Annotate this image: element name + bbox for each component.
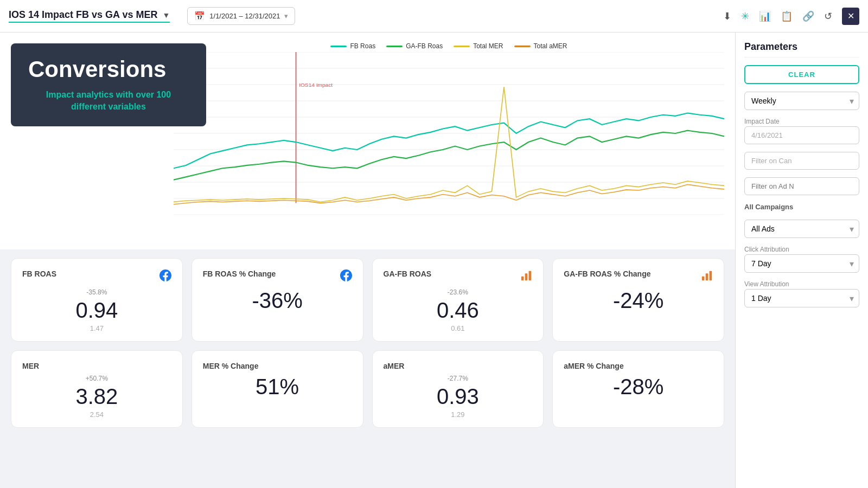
metric-card-fb-roas-change: FB ROAS % Change -36% [192, 258, 363, 342]
frequency-select[interactable]: Daily Weekly Monthly [744, 92, 859, 110]
metric-ga-fb-roas-change: -23.6% [384, 288, 533, 296]
metric-ga-fb-roas-pct-title: GA-FB ROAS % Change [564, 269, 650, 278]
metric-mer-pct-title: MER % Change [203, 362, 259, 370]
legend-ga-fb-roas: GA-FB Roas [386, 42, 443, 50]
ga-bar-icon [520, 269, 532, 284]
metric-fb-roas-prev: 1.47 [22, 324, 171, 332]
sidebar-parameters: Parameters CLEAR Daily Weekly Monthly ▾ … [735, 33, 868, 488]
metrics-section: FB ROAS -35.8% 0.94 1.47 FB ROAS % Chang… [0, 249, 735, 488]
calendar-icon: 📅 [194, 11, 205, 21]
metric-fb-roas-pct-value: -36% [203, 288, 352, 312]
legend-fb-roas-label: FB Roas [350, 42, 375, 50]
svg-rect-30 [521, 277, 524, 280]
svg-rect-34 [706, 273, 709, 280]
title-dropdown-arrow[interactable]: ▼ [162, 11, 170, 20]
metric-ga-fb-roas-pct-header: GA-FB ROAS % Change [564, 269, 713, 284]
metric-fb-roas-change: -35.8% [22, 288, 171, 296]
chart-area: 2.5 2.0 1.5 1.0 0.5 0.0 20 18 16 14 12 1… [174, 52, 724, 215]
header-icons: ⬇ ✳ 📊 📋 🔗 ↺ ✕ [723, 8, 859, 25]
sidebar-title: Parameters [744, 41, 859, 57]
all-ads-select[interactable]: All Ads [744, 220, 859, 238]
legend-ga-fb-roas-line [386, 46, 403, 47]
metrics-row-1: FB ROAS -35.8% 0.94 1.47 FB ROAS % Chang… [11, 258, 724, 342]
metric-mer-pct-value: 51% [203, 375, 352, 399]
legend-ga-fb-roas-label: GA-FB Roas [406, 42, 443, 50]
click-attribution-select[interactable]: 1 Day 7 Day 28 Day [744, 254, 859, 273]
chart-legend: FB Roas GA-FB Roas Total MER Total aMER [174, 38, 724, 52]
svg-rect-33 [702, 277, 705, 280]
metric-fb-roas-pct-title: FB ROAS % Change [203, 269, 276, 278]
close-button[interactable]: ✕ [842, 8, 859, 25]
svg-rect-35 [710, 271, 712, 280]
metric-fb-roas-header: FB ROAS [22, 269, 171, 284]
frequency-select-wrapper: Daily Weekly Monthly ▾ [744, 92, 859, 110]
metric-ga-fb-roas-pct-value: -24% [564, 288, 713, 312]
metric-mer-value: 3.82 [22, 384, 171, 408]
metric-mer-prev: 2.54 [22, 410, 171, 419]
link-icon[interactable]: 🔗 [802, 10, 814, 22]
legend-total-mer-label: Total MER [473, 42, 503, 50]
metric-amer-pct-value: -28% [564, 375, 713, 399]
metric-fb-roas-pct-header: FB ROAS % Change [203, 269, 352, 284]
svg-rect-32 [529, 271, 532, 280]
metric-card-amer: aMER -27.7% 0.93 1.29 [372, 350, 544, 428]
chart-section: Conversions Impact analytics with over 1… [0, 33, 735, 249]
download-icon[interactable]: ⬇ [723, 10, 731, 22]
legend-total-mer-line [454, 46, 470, 47]
date-picker-arrow: ▾ [284, 12, 288, 20]
impact-date-label: Impact Date [744, 118, 859, 125]
facebook-icon [159, 269, 171, 284]
metric-card-ga-fb-roas: GA-FB ROAS -23.6% 0.46 0.61 [372, 258, 544, 342]
impact-date-input[interactable] [744, 126, 859, 144]
metric-mer-pct-header: MER % Change [203, 362, 352, 370]
clipboard-icon[interactable]: 📋 [781, 10, 793, 22]
click-attribution-select-wrapper: 1 Day 7 Day 28 Day ▾ [744, 254, 859, 273]
filter-ad-input[interactable] [744, 177, 859, 195]
asterisk-icon[interactable]: ✳ [741, 10, 749, 22]
metric-card-ga-fb-roas-change: GA-FB ROAS % Change -24% [552, 258, 724, 342]
view-attribution-select[interactable]: 1 Day 7 Day [744, 289, 859, 307]
legend-total-amer: Total aMER [514, 42, 567, 50]
svg-rect-31 [525, 273, 528, 280]
all-campaigns-label: All Campaigns [744, 203, 859, 211]
view-attribution-label: View Attribution [744, 280, 859, 288]
metric-amer-pct-title: aMER % Change [564, 362, 623, 370]
filter-campaign-wrapper [744, 152, 859, 170]
metric-card-mer-change: MER % Change 51% [192, 350, 363, 428]
click-attribution-label: Click Attribution [744, 246, 859, 253]
date-range-value: 1/1/2021 – 12/31/2021 [209, 12, 280, 20]
metric-fb-roas-value: 0.94 [22, 298, 171, 322]
view-attribution-wrapper: View Attribution 1 Day 7 Day ▾ [744, 280, 859, 307]
legend-total-mer: Total MER [454, 42, 503, 50]
metrics-row-2: MER +50.7% 3.82 2.54 MER % Change 51% aM… [11, 350, 724, 428]
view-attribution-select-wrapper: 1 Day 7 Day ▾ [744, 289, 859, 307]
conversions-subtext: Impact analytics with over 100 different… [28, 89, 189, 113]
filter-campaign-input[interactable] [744, 152, 859, 170]
legend-fb-roas-line [330, 46, 347, 47]
metric-fb-roas-title: FB ROAS [22, 269, 56, 278]
metric-ga-fb-roas-header: GA-FB ROAS [384, 269, 533, 284]
metric-amer-change: -27.7% [384, 375, 533, 382]
facebook-icon-2 [340, 269, 352, 284]
bar-chart-icon[interactable]: 📊 [759, 10, 771, 22]
svg-text:IOS14 Impact: IOS14 Impact [299, 82, 333, 88]
impact-date-wrapper: Impact Date [744, 118, 859, 144]
metric-ga-fb-roas-title: GA-FB ROAS [384, 269, 432, 278]
metric-ga-fb-roas-value: 0.46 [384, 298, 533, 322]
metric-amer-prev: 1.29 [384, 410, 533, 419]
filter-ad-wrapper [744, 177, 859, 195]
metric-mer-change: +50.7% [22, 375, 171, 382]
refresh-icon[interactable]: ↺ [824, 10, 832, 22]
metric-card-mer: MER +50.7% 3.82 2.54 [11, 350, 183, 428]
legend-fb-roas: FB Roas [330, 42, 375, 50]
metric-ga-fb-roas-prev: 0.61 [384, 324, 533, 332]
click-attribution-wrapper: Click Attribution 1 Day 7 Day 28 Day ▾ [744, 246, 859, 273]
clear-button[interactable]: CLEAR [744, 65, 859, 84]
legend-total-amer-label: Total aMER [534, 42, 567, 50]
metric-mer-header: MER [22, 362, 171, 370]
metric-amer-pct-header: aMER % Change [564, 362, 713, 370]
page-title: IOS 14 Impact FB vs GA vs MER ▼ [9, 9, 170, 23]
metric-amer-value: 0.93 [384, 384, 533, 408]
date-range-picker[interactable]: 📅 1/1/2021 – 12/31/2021 ▾ [187, 7, 295, 25]
main-layout: Conversions Impact analytics with over 1… [0, 33, 868, 488]
